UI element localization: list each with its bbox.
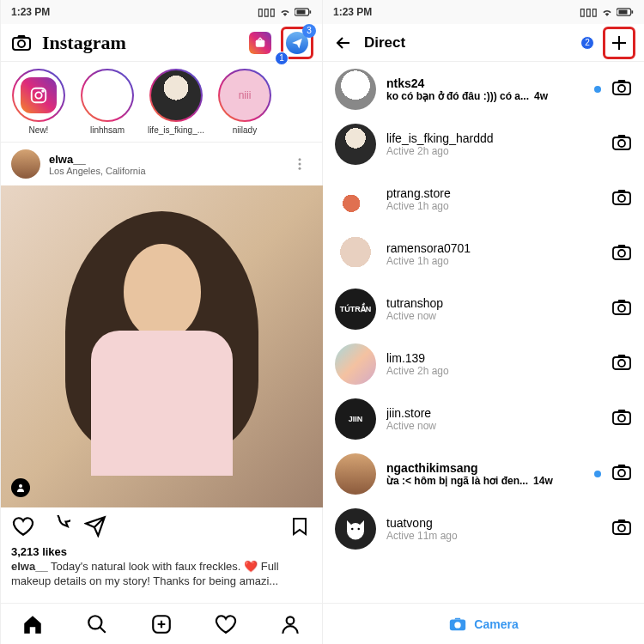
dm-subtitle: Active now: [386, 310, 601, 322]
dm-camera-button[interactable]: [611, 132, 632, 156]
dm-avatar[interactable]: [335, 453, 376, 495]
dm-username: ngacthikimsang: [386, 461, 584, 475]
svg-point-15: [286, 617, 294, 624]
instagram-logo: Instagram: [42, 32, 126, 54]
story-item[interactable]: niii niilady: [216, 69, 274, 135]
post-avatar[interactable]: [11, 149, 40, 179]
svg-rect-37: [613, 522, 630, 534]
dm-username: ntks24: [386, 76, 584, 90]
dm-camera-button[interactable]: [611, 297, 632, 321]
dm-subtitle: Active 1h ago: [386, 200, 601, 212]
svg-point-11: [299, 167, 301, 170]
status-bar: 1:23 PM ▯▯▯: [1, 0, 322, 24]
dm-thread[interactable]: life_is_fking_hardddActive 2h ago: [323, 117, 644, 172]
like-button[interactable]: [11, 514, 35, 538]
svg-rect-19: [613, 82, 630, 94]
svg-point-26: [618, 250, 625, 257]
step-2-marker: 2: [580, 36, 594, 50]
status-time: 1:23 PM: [11, 6, 50, 18]
dm-avatar[interactable]: TÚTRẦN: [335, 289, 376, 330]
dm-subtitle: ừa :< hôm bị ngã là hơi đen...14w: [386, 475, 584, 487]
back-button[interactable]: [331, 31, 355, 55]
dm-username: tuatvong: [386, 516, 601, 530]
story-item[interactable]: linhhsam: [78, 69, 137, 135]
likes-count[interactable]: 3,213 likes: [1, 545, 322, 558]
camera-button[interactable]: [9, 31, 33, 55]
dm-thread[interactable]: ramensora0701Active 1h ago: [323, 227, 644, 282]
svg-point-24: [618, 195, 625, 202]
dm-subtitle: Active now: [386, 420, 601, 432]
story-label: New!: [29, 125, 49, 135]
post-caption[interactable]: elwa__ Today's natural look with faux fr…: [1, 558, 322, 596]
svg-point-38: [618, 525, 625, 532]
dm-camera-button[interactable]: [611, 187, 632, 211]
dm-camera-button[interactable]: [611, 517, 632, 541]
dm-thread[interactable]: ptrang.storeActive 1h ago: [323, 172, 644, 227]
dm-username: life_is_fking_harddd: [386, 131, 601, 145]
dm-subtitle: Active 2h ago: [386, 145, 601, 157]
nav-activity[interactable]: [214, 612, 238, 636]
svg-rect-1: [297, 10, 306, 15]
dm-camera-button[interactable]: [611, 407, 632, 431]
story-label: linhhsam: [90, 125, 125, 135]
new-message-button[interactable]: [607, 31, 631, 55]
post-image[interactable]: [1, 185, 323, 507]
svg-point-9: [299, 158, 301, 161]
comment-button[interactable]: [47, 514, 71, 538]
save-button[interactable]: [288, 514, 312, 538]
svg-point-10: [299, 163, 301, 166]
dm-thread[interactable]: tuatvongActive 11m ago: [323, 501, 644, 556]
step-1-marker: 1: [275, 52, 289, 65]
post-username[interactable]: elwa__: [49, 153, 146, 166]
battery-icon: [617, 7, 634, 17]
post-location[interactable]: Los Angeles, California: [49, 166, 146, 176]
dm-avatar[interactable]: JIIN: [335, 398, 376, 440]
dm-camera-button[interactable]: [611, 352, 632, 376]
dm-username: ptrang.store: [386, 186, 601, 200]
svg-point-4: [18, 40, 25, 47]
stories-tray[interactable]: New! linhhsam life_is_fking_... niii nii…: [1, 62, 322, 143]
dm-thread[interactable]: lim.139Active 2h ago: [323, 337, 644, 392]
dm-thread-list[interactable]: ntks24ko có bạn ở đó đâu :))) có a...4wl…: [323, 62, 644, 603]
new-message-highlight: [603, 27, 635, 59]
camera-footer-button[interactable]: Camera: [323, 603, 644, 644]
igtv-button[interactable]: [248, 31, 272, 55]
dm-avatar[interactable]: [335, 69, 376, 110]
status-bar: 1:23 PM ▯▯▯: [323, 0, 644, 24]
dm-thread[interactable]: ntks24ko có bạn ở đó đâu :))) có a...4w: [323, 62, 644, 117]
nav-search[interactable]: [85, 612, 109, 636]
share-button[interactable]: [83, 514, 107, 538]
svg-rect-33: [613, 467, 630, 479]
signal-icon: ▯▯▯: [580, 6, 598, 18]
signal-icon: ▯▯▯: [258, 6, 276, 18]
dm-avatar[interactable]: [335, 124, 376, 165]
direct-button-highlight: 3 1: [281, 27, 313, 59]
story-label: life_is_fking_...: [148, 125, 204, 135]
nav-profile[interactable]: [278, 612, 302, 636]
dm-avatar[interactable]: [335, 234, 376, 275]
dm-thread[interactable]: ngacthikimsangừa :< hôm bị ngã là hơi đe…: [323, 447, 644, 501]
dm-avatar[interactable]: [335, 343, 376, 385]
dm-thread[interactable]: TÚTRẦNtutranshopActive now: [323, 282, 644, 337]
dm-subtitle: Active 11m ago: [386, 530, 601, 542]
battery-icon: [295, 7, 312, 17]
svg-rect-17: [619, 10, 628, 15]
story-item[interactable]: life_is_fking_...: [147, 69, 205, 135]
dm-avatar[interactable]: [335, 179, 376, 220]
wifi-icon: [601, 6, 613, 18]
dm-avatar[interactable]: [335, 508, 376, 550]
dm-thread[interactable]: JIINjiin.storeActive now: [323, 392, 644, 447]
dm-badge: 3: [302, 24, 316, 38]
svg-point-28: [618, 305, 625, 312]
svg-point-8: [42, 90, 44, 92]
nav-add[interactable]: [149, 612, 173, 636]
wifi-icon: [279, 6, 291, 18]
dm-camera-button[interactable]: [611, 77, 632, 101]
story-new[interactable]: New!: [9, 69, 68, 135]
dm-username: lim.139: [386, 351, 601, 365]
tagged-people-icon[interactable]: [11, 478, 30, 497]
nav-home[interactable]: [21, 612, 45, 636]
post-more-button[interactable]: [288, 152, 312, 176]
dm-camera-button[interactable]: [611, 242, 632, 266]
dm-camera-button[interactable]: [611, 462, 632, 486]
